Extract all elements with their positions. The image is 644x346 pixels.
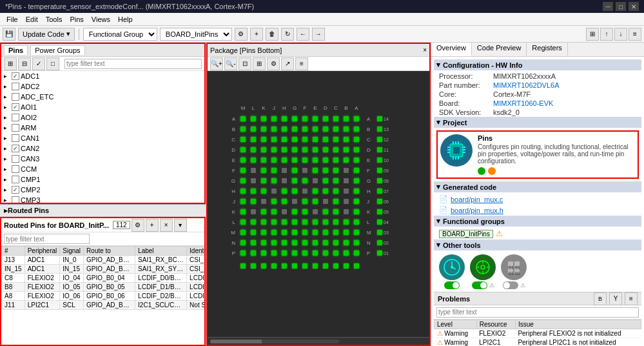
- problems-filter-icon[interactable]: Y: [609, 292, 622, 305]
- clocks-icon[interactable]: [439, 254, 465, 280]
- func-groups-section[interactable]: ▾ Functional groups: [434, 216, 641, 227]
- tree-item-cmp1[interactable]: ▸ CMP1: [1, 174, 204, 185]
- pin-view-icon[interactable]: ⊞: [253, 57, 266, 70]
- checkbox-cmp1[interactable]: [12, 176, 19, 183]
- perf-uncheck-icon[interactable]: □: [46, 57, 59, 70]
- perf-check-icon[interactable]: ✓: [32, 57, 45, 70]
- checkbox-aoi1[interactable]: ✓: [12, 103, 19, 111]
- board-init-pins-dropdown[interactable]: BOARD_InitPins: [160, 28, 232, 41]
- refresh-icon[interactable]: ↻: [281, 28, 294, 41]
- problems-table-scroll[interactable]: Level Resource Issue ⚠ Warning FLEXIO2 P…: [434, 320, 641, 346]
- other-tools-section[interactable]: ▾ Other tools: [434, 239, 641, 250]
- list-item[interactable]: ⚠ Warning LPI2C1 Peripheral LPI2C1 is no…: [434, 338, 641, 347]
- checkbox-adcetc[interactable]: [12, 93, 19, 101]
- perf-collapse-icon[interactable]: ⊟: [18, 57, 31, 70]
- routed-delete-icon[interactable]: ×: [160, 219, 173, 232]
- project-section[interactable]: ▾ Project: [434, 117, 641, 128]
- toggle-switch-mex[interactable]: [503, 281, 518, 289]
- checkbox-adc2[interactable]: [12, 83, 19, 90]
- functional-group-dropdown[interactable]: Functional Group: [83, 28, 157, 41]
- pins-icon[interactable]: [440, 134, 473, 167]
- update-code-button[interactable]: Update Code ▾: [18, 28, 75, 41]
- table-row[interactable]: J13 ADC1 IN_0 GPIO_AD_B1_11 SAI1_RX_BCLK…: [2, 256, 205, 265]
- table-row[interactable]: J11 LPI2C1 SCL GPIO_AD_B1_00 I2C1_SCL/CS…: [2, 301, 205, 310]
- maximize-button[interactable]: □: [616, 2, 626, 11]
- checkbox-cmp2[interactable]: ✓: [12, 186, 19, 194]
- settings-icon[interactable]: ⚙: [267, 57, 280, 70]
- gen-code-section[interactable]: ▾ Generated code: [434, 181, 641, 192]
- routed-table-scroll[interactable]: # Peripheral Signal Route to Label Ident…: [1, 246, 204, 345]
- close-button[interactable]: ✕: [629, 2, 639, 11]
- toolbar-r1[interactable]: ⊞: [586, 28, 599, 41]
- tab-code-preview[interactable]: Code Preview: [472, 43, 527, 56]
- board-value[interactable]: MIMXRT1060-EVK: [493, 99, 553, 107]
- routed-pins-section-header[interactable]: ▸ Routed Pins: [0, 204, 206, 217]
- fit-icon[interactable]: ⊡: [239, 57, 251, 70]
- tree-item-arm[interactable]: ▸ ARM: [1, 123, 204, 133]
- toolbar-r2[interactable]: ↑: [600, 28, 613, 41]
- menu-file[interactable]: File: [3, 14, 22, 25]
- checkbox-ccm[interactable]: [12, 165, 19, 173]
- file-link-c[interactable]: board/pin_mux.c: [451, 196, 503, 203]
- table-row[interactable]: B8 FLEXIO2 IO_05 GPIO_B0_05 LCDIF_D1/BT_…: [2, 283, 205, 292]
- problems-btn1[interactable]: B: [594, 292, 607, 305]
- checkbox-adc1[interactable]: ✓: [12, 72, 19, 80]
- perf-expand-icon[interactable]: ⊞: [4, 57, 17, 70]
- menu-pins[interactable]: Pins: [66, 14, 87, 25]
- menu-icon[interactable]: ≡: [295, 57, 308, 70]
- config-icon[interactable]: ⚙: [235, 28, 248, 41]
- routed-config-icon[interactable]: ⚙: [132, 219, 144, 232]
- mex-icon[interactable]: 01 01 01 01: [501, 254, 527, 280]
- minimize-button[interactable]: ─: [603, 2, 613, 11]
- checkbox-can3[interactable]: [12, 155, 19, 163]
- tab-registers[interactable]: Registers: [527, 43, 567, 56]
- save-icon[interactable]: 💾: [3, 28, 15, 41]
- tree-item-adcetc[interactable]: ▸ ADC_ETC: [1, 92, 204, 102]
- problems-filter-input[interactable]: [436, 307, 639, 318]
- tree-item-can1[interactable]: ▸ CAN1: [1, 133, 204, 143]
- delete-icon[interactable]: 🗑: [266, 28, 278, 41]
- checkbox-arm[interactable]: [12, 124, 19, 132]
- menu-views[interactable]: Views: [88, 14, 114, 25]
- tree-item-adc2[interactable]: ▸ ADC2: [1, 81, 204, 92]
- export-icon[interactable]: ↗: [281, 57, 294, 70]
- tab-pins[interactable]: Pins: [4, 45, 28, 55]
- back-icon[interactable]: ←: [297, 28, 309, 41]
- checkbox-aoi2[interactable]: [12, 114, 19, 121]
- list-item[interactable]: ⚠ Warning FLEXIO2 Peripheral FLEXIO2 is …: [434, 329, 641, 338]
- tab-power-groups[interactable]: Power Groups: [30, 45, 84, 55]
- table-row[interactable]: C8 FLEXIO2 IO_04 GPIO_B0_04 LCDIF_D0/BT_…: [2, 274, 205, 283]
- tree-item-cmp3[interactable]: ▸ CMP3: [1, 195, 204, 203]
- toggle-switch-peripherals[interactable]: [472, 281, 487, 289]
- tree-item-can3[interactable]: ▸ CAN3: [1, 154, 204, 164]
- toggle-switch-clocks[interactable]: [444, 281, 460, 289]
- tree-item-cmp2[interactable]: ▸ ✓ CMP2: [1, 185, 204, 195]
- checkbox-can1[interactable]: [12, 134, 19, 142]
- tree-item-ccm[interactable]: ▸ CCM: [1, 164, 204, 174]
- peripherals-icon[interactable]: [470, 254, 496, 280]
- part-value[interactable]: MIMXRT1062DVL6A: [493, 81, 560, 89]
- toolbar-r3[interactable]: ↓: [614, 28, 627, 41]
- routed-dropdown-icon[interactable]: ▾: [174, 219, 187, 232]
- hw-info-section[interactable]: ▾ Configuration - HW Info: [434, 59, 641, 70]
- tree-item-aoi1[interactable]: ▸ ✓ AOI1: [1, 102, 204, 112]
- tab-overview[interactable]: Overview: [431, 43, 472, 56]
- menu-help[interactable]: Help: [114, 14, 137, 25]
- package-close-icon[interactable]: ×: [423, 46, 427, 54]
- zoom-in-icon[interactable]: 🔍+: [210, 57, 223, 70]
- menu-edit[interactable]: Edit: [22, 14, 42, 25]
- menu-tools[interactable]: Tools: [42, 14, 66, 25]
- add-icon[interactable]: +: [250, 28, 263, 41]
- checkbox-cmp3[interactable]: [12, 196, 19, 203]
- problems-menu-icon[interactable]: ≡: [625, 292, 638, 305]
- checkbox-can2[interactable]: ✓: [12, 145, 19, 152]
- tree-item-can2[interactable]: ▸ ✓ CAN2: [1, 143, 204, 154]
- table-row[interactable]: IN_15 ADC1 IN_15 GPIO_AD_B1_15 SAI1_RX_S…: [2, 265, 205, 274]
- toolbar-r4[interactable]: ≡: [629, 28, 641, 41]
- file-link-h[interactable]: board/pin_mux.h: [451, 207, 503, 214]
- routed-filter-input[interactable]: [4, 234, 90, 244]
- tree-item-aoi2[interactable]: ▸ AOI2: [1, 112, 204, 123]
- table-row[interactable]: A8 FLEXIO2 IO_06 GPIO_B0_06 LCDIF_D2/BT_…: [2, 292, 205, 301]
- tree-item-adc1[interactable]: ▸ ✓ ADC1: [1, 71, 204, 81]
- peripheral-filter-input[interactable]: [64, 59, 202, 69]
